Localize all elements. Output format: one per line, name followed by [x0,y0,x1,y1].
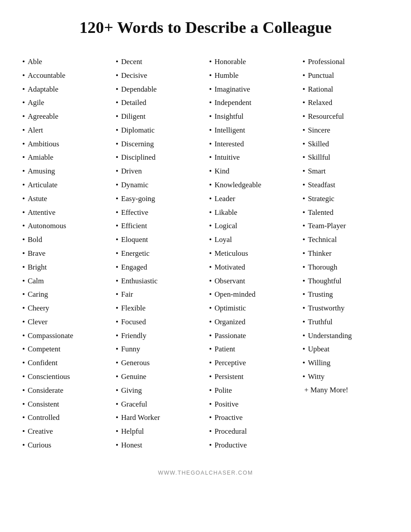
list-item: Accountable [22,69,109,82]
list-item: Caring [22,287,109,301]
list-item: Brave [22,246,109,260]
list-item: Decent [116,55,202,69]
list-item: Astute [22,192,109,206]
list-item: Motivated [209,260,295,274]
list-item: Conscientious [22,370,109,383]
list-item: Cheery [22,301,109,315]
list-item: Articulate [22,178,109,192]
list-item: Talented [302,206,389,219]
list-item: Competent [22,342,109,356]
list-item: Logical [209,219,295,233]
list-item: Knowledgeable [209,178,295,192]
word-list-col2: DecentDecisiveDependableDetailedDiligent… [116,55,202,452]
list-item: Trusting [302,287,389,301]
list-item: Independent [209,96,295,109]
list-item: Bold [22,233,109,246]
list-item: Thorough [302,260,389,274]
list-item: Organized [209,315,295,329]
list-item: Resourceful [302,109,389,123]
list-item: Generous [116,356,202,370]
list-item: Loyal [209,233,295,246]
list-item: Team-Player [302,219,389,233]
list-item: Productive [209,438,295,452]
list-item: Detailed [116,96,202,109]
list-item: Energetic [116,246,202,260]
list-item: Patient [209,342,295,356]
list-item: Steadfast [302,178,389,192]
footer: WWW.THEGOALCHASER.COM [19,470,392,476]
list-item: Leader [209,192,295,206]
word-list-col3: HonorableHumbleImaginativeIndependentIns… [209,55,295,452]
list-item: Interested [209,137,295,151]
list-item: Discerning [116,137,202,151]
list-item: Persistent [209,370,295,383]
list-item: Intelligent [209,123,295,137]
list-item: Understanding [302,329,389,343]
list-item: Humble [209,69,295,82]
page-wrapper: 120+ Words to Describe a Colleague AbleA… [5,0,406,489]
list-item: Alert [22,123,109,137]
list-item: Efficient [116,219,202,233]
list-item: Dependable [116,82,202,96]
list-item: Technical [302,233,389,246]
word-columns: AbleAccountableAdaptableAgileAgreeableAl… [19,55,392,452]
list-item: Graceful [116,397,202,411]
list-item: Thoughtful [302,274,389,288]
list-item: Trustworthy [302,301,389,315]
list-item: Creative [22,424,109,438]
list-item: Positive [209,397,295,411]
list-item: Driven [116,164,202,178]
word-column-col2: DecentDecisiveDependableDetailedDiligent… [112,55,206,452]
list-item: Bright [22,260,109,274]
list-item: Ambitious [22,137,109,151]
word-list-col1: AbleAccountableAdaptableAgileAgreeableAl… [22,55,109,452]
list-item: Autonomous [22,219,109,233]
list-item: Meticulous [209,246,295,260]
list-item: Punctual [302,69,389,82]
list-item: Controlled [22,411,109,424]
list-item: Flexible [116,301,202,315]
list-item: Fair [116,287,202,301]
list-item: Considerate [22,383,109,397]
list-item: Engaged [116,260,202,274]
list-item: Disciplined [116,150,202,164]
list-item: Calm [22,274,109,288]
list-item: Rational [302,82,389,96]
word-column-col1: AbleAccountableAdaptableAgileAgreeableAl… [19,55,112,452]
list-item: Insightful [209,109,295,123]
list-item: Consistent [22,397,109,411]
list-item: Relaxed [302,96,389,109]
list-item: Genuine [116,370,202,383]
list-item: Willing [302,356,389,370]
list-item: Open-minded [209,287,295,301]
list-item: Agile [22,96,109,109]
list-item: Eloquent [116,233,202,246]
list-item: Procedural [209,424,295,438]
list-item: Sincere [302,123,389,137]
list-item: Able [22,55,109,69]
list-item: Easy-going [116,192,202,206]
list-item: Observant [209,274,295,288]
list-item: Proactive [209,411,295,424]
list-item: Kind [209,164,295,178]
list-item: Intuitive [209,150,295,164]
list-item: Truthful [302,315,389,329]
list-item: Witty [302,370,389,383]
list-item: Imaginative [209,82,295,96]
list-item: Helpful [116,424,202,438]
list-item: Giving [116,383,202,397]
list-item: Professional [302,55,389,69]
extra-note: + Many More! [302,383,389,396]
list-item: Clever [22,315,109,329]
list-item: Effective [116,206,202,219]
word-column-col3: HonorableHumbleImaginativeIndependentIns… [206,55,299,452]
list-item: Skillful [302,150,389,164]
list-item: Honest [116,438,202,452]
word-list-col4: ProfessionalPunctualRationalRelaxedResou… [302,55,389,383]
list-item: Decisive [116,69,202,82]
list-item: Thinker [302,246,389,260]
list-item: Diplomatic [116,123,202,137]
list-item: Hard Worker [116,411,202,424]
list-item: Compassionate [22,329,109,343]
list-item: Friendly [116,329,202,343]
